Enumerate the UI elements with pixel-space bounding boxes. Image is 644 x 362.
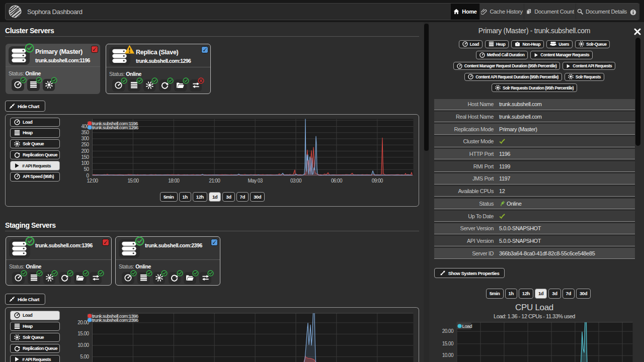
svg-text:May 03: May 03: [248, 178, 263, 184]
svg-text:350: 350: [81, 130, 89, 135]
svg-text:trunk.subshell.com:2396: trunk.subshell.com:2396: [92, 317, 138, 323]
svg-text:09:00: 09:00: [372, 178, 383, 184]
svg-text:trunk.subshell.com:1296: trunk.subshell.com:1296: [92, 125, 138, 130]
svg-text:15.00: 15.00: [77, 331, 89, 336]
svg-text:250: 250: [81, 142, 89, 147]
svg-text:10.00: 10.00: [77, 342, 89, 348]
svg-text:18:00: 18:00: [168, 178, 180, 184]
svg-text:5.00: 5.00: [80, 354, 89, 359]
svg-text:100: 100: [81, 160, 89, 166]
svg-text:12:00: 12:00: [87, 178, 98, 184]
svg-text:300: 300: [81, 136, 89, 141]
svg-text:03:00: 03:00: [290, 178, 302, 184]
svg-text:10.00: 10.00: [442, 352, 454, 358]
svg-text:15.00: 15.00: [442, 341, 454, 346]
svg-text:20.00: 20.00: [442, 328, 454, 334]
svg-text:21:00: 21:00: [209, 178, 220, 184]
svg-text:0: 0: [86, 173, 89, 178]
svg-text:200: 200: [81, 148, 89, 154]
svg-text:150: 150: [81, 154, 89, 160]
svg-text:50: 50: [84, 166, 89, 172]
svg-text:Load: Load: [462, 323, 472, 329]
svg-text:06:00: 06:00: [331, 178, 343, 184]
svg-text:15:00: 15:00: [127, 178, 139, 184]
